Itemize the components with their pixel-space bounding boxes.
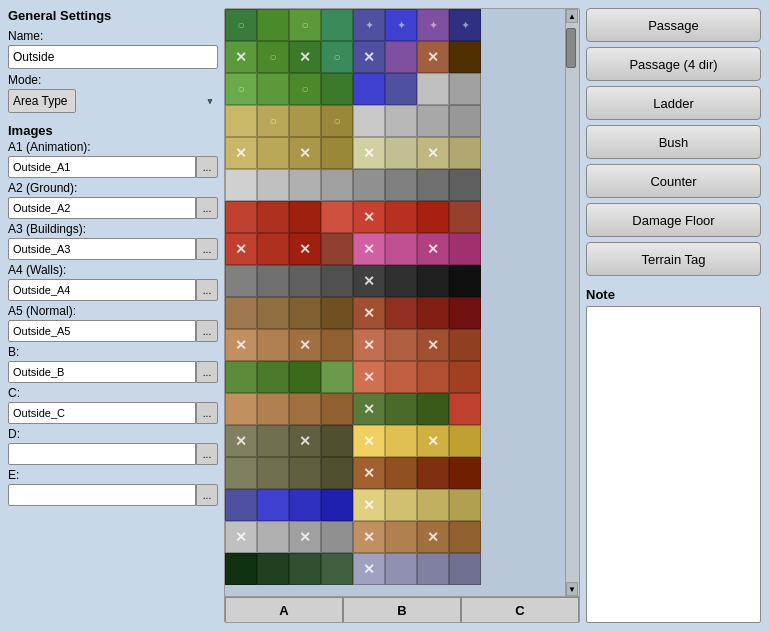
tile-cell[interactable] bbox=[289, 393, 321, 425]
tile-cell[interactable] bbox=[321, 489, 353, 521]
tile-cell[interactable] bbox=[417, 297, 449, 329]
tile-cell[interactable]: ✦ bbox=[449, 9, 481, 41]
tile-cell[interactable] bbox=[289, 489, 321, 521]
tile-cell[interactable] bbox=[417, 105, 449, 137]
tile-cell[interactable] bbox=[289, 361, 321, 393]
tab-a[interactable]: A bbox=[225, 597, 343, 623]
tile-cell[interactable] bbox=[385, 361, 417, 393]
tileset-grid[interactable]: ○○✦✦✦✦✕○✕○✕✕○○○○✕✕✕✕✕✕✕✕✕✕✕✕✕✕✕✕✕✕✕✕✕✕✕✕… bbox=[225, 9, 481, 585]
tile-cell[interactable] bbox=[289, 169, 321, 201]
tile-cell[interactable]: ✕ bbox=[225, 329, 257, 361]
tile-cell[interactable] bbox=[449, 521, 481, 553]
b-browse-button[interactable]: ... bbox=[196, 361, 218, 383]
tile-cell[interactable] bbox=[449, 457, 481, 489]
tile-cell[interactable]: ✕ bbox=[353, 393, 385, 425]
tile-cell[interactable] bbox=[385, 329, 417, 361]
tile-cell[interactable]: ✕ bbox=[417, 521, 449, 553]
tile-cell[interactable] bbox=[321, 169, 353, 201]
tile-cell[interactable]: ○ bbox=[257, 105, 289, 137]
tile-cell[interactable] bbox=[321, 521, 353, 553]
tile-cell[interactable] bbox=[417, 361, 449, 393]
tile-cell[interactable]: ✕ bbox=[353, 521, 385, 553]
a4-input[interactable] bbox=[8, 279, 196, 301]
tile-cell[interactable]: ○ bbox=[225, 73, 257, 105]
tile-cell[interactable] bbox=[385, 105, 417, 137]
tile-cell[interactable] bbox=[257, 9, 289, 41]
d-input[interactable] bbox=[8, 443, 196, 465]
tile-cell[interactable]: ○ bbox=[289, 9, 321, 41]
tile-cell[interactable] bbox=[321, 201, 353, 233]
tile-cell[interactable]: ✕ bbox=[225, 233, 257, 265]
tile-cell[interactable] bbox=[321, 73, 353, 105]
tile-cell[interactable] bbox=[417, 489, 449, 521]
tile-cell[interactable]: ✕ bbox=[289, 137, 321, 169]
tile-cell[interactable] bbox=[385, 233, 417, 265]
tile-cell[interactable] bbox=[353, 169, 385, 201]
tile-cell[interactable]: ✦ bbox=[353, 9, 385, 41]
tile-cell[interactable] bbox=[257, 169, 289, 201]
tile-cell[interactable] bbox=[417, 169, 449, 201]
tile-cell[interactable]: ✦ bbox=[417, 9, 449, 41]
a5-browse-button[interactable]: ... bbox=[196, 320, 218, 342]
tile-cell[interactable]: ✕ bbox=[289, 521, 321, 553]
tile-cell[interactable]: ✕ bbox=[225, 425, 257, 457]
tile-cell[interactable] bbox=[289, 457, 321, 489]
tile-cell[interactable]: ✕ bbox=[289, 233, 321, 265]
tile-cell[interactable] bbox=[321, 265, 353, 297]
tile-cell[interactable] bbox=[417, 553, 449, 585]
tile-cell[interactable] bbox=[321, 393, 353, 425]
tile-cell[interactable]: ✕ bbox=[353, 489, 385, 521]
tile-cell[interactable] bbox=[385, 137, 417, 169]
tile-cell[interactable] bbox=[257, 265, 289, 297]
scroll-up-arrow[interactable]: ▲ bbox=[566, 9, 578, 23]
tile-cell[interactable] bbox=[385, 521, 417, 553]
scrollbar[interactable]: ▲ ▼ bbox=[565, 9, 579, 596]
tab-b[interactable]: B bbox=[343, 597, 461, 623]
tile-cell[interactable] bbox=[225, 393, 257, 425]
tile-cell[interactable]: ✕ bbox=[353, 137, 385, 169]
tile-cell[interactable] bbox=[385, 169, 417, 201]
tile-cell[interactable] bbox=[449, 41, 481, 73]
tile-cell[interactable] bbox=[257, 297, 289, 329]
tile-cell[interactable]: ✕ bbox=[353, 553, 385, 585]
mode-select[interactable]: Area Type World Map bbox=[8, 89, 76, 113]
tile-cell[interactable] bbox=[225, 201, 257, 233]
tile-cell[interactable] bbox=[321, 233, 353, 265]
tile-cell[interactable] bbox=[289, 297, 321, 329]
tile-cell[interactable] bbox=[385, 297, 417, 329]
bush-button[interactable]: Bush bbox=[586, 125, 761, 159]
a3-browse-button[interactable]: ... bbox=[196, 238, 218, 260]
damage-floor-button[interactable]: Damage Floor bbox=[586, 203, 761, 237]
tile-cell[interactable] bbox=[449, 73, 481, 105]
scrollbar-track[interactable] bbox=[566, 23, 579, 582]
tile-cell[interactable]: ✕ bbox=[289, 329, 321, 361]
a4-browse-button[interactable]: ... bbox=[196, 279, 218, 301]
tile-cell[interactable]: ✕ bbox=[417, 425, 449, 457]
tile-cell[interactable] bbox=[225, 489, 257, 521]
tile-cell[interactable] bbox=[257, 329, 289, 361]
tile-cell[interactable] bbox=[257, 521, 289, 553]
tile-cell[interactable] bbox=[449, 137, 481, 169]
tile-cell[interactable]: ✕ bbox=[225, 137, 257, 169]
tile-cell[interactable] bbox=[225, 297, 257, 329]
tile-cell[interactable] bbox=[321, 329, 353, 361]
tile-cell[interactable]: ○ bbox=[225, 9, 257, 41]
tile-cell[interactable]: ✕ bbox=[289, 425, 321, 457]
tile-cell[interactable]: ✕ bbox=[353, 41, 385, 73]
a1-browse-button[interactable]: ... bbox=[196, 156, 218, 178]
counter-button[interactable]: Counter bbox=[586, 164, 761, 198]
tile-cell[interactable]: ✕ bbox=[353, 329, 385, 361]
tile-cell[interactable] bbox=[289, 265, 321, 297]
tile-cell[interactable]: ✕ bbox=[225, 521, 257, 553]
c-input[interactable] bbox=[8, 402, 196, 424]
tile-cell[interactable] bbox=[321, 361, 353, 393]
tile-cell[interactable] bbox=[289, 553, 321, 585]
tile-cell[interactable] bbox=[321, 457, 353, 489]
tile-cell[interactable] bbox=[321, 9, 353, 41]
passage-4dir-button[interactable]: Passage (4 dir) bbox=[586, 47, 761, 81]
tile-cell[interactable]: ✕ bbox=[353, 457, 385, 489]
a2-input[interactable] bbox=[8, 197, 196, 219]
tile-cell[interactable] bbox=[385, 265, 417, 297]
tile-cell[interactable] bbox=[385, 73, 417, 105]
tile-cell[interactable] bbox=[417, 393, 449, 425]
